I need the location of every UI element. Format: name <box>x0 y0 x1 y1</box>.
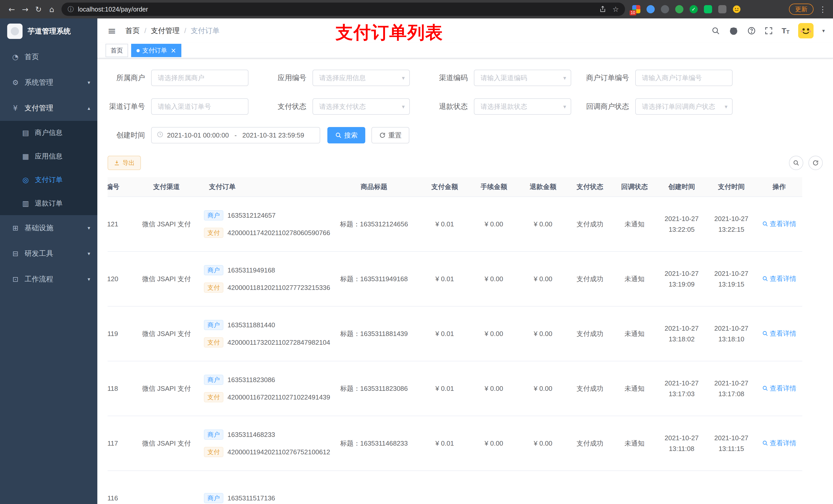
col-pay-time: 支付时间 <box>707 177 756 197</box>
chevron-down-icon: ▾ <box>563 103 566 110</box>
clock-icon <box>157 131 163 140</box>
col-amount: 支付金额 <box>420 177 469 197</box>
channel-order-label: 渠道订单号 <box>97 102 151 112</box>
app-select[interactable]: 请选择应用信息 ▾ <box>312 70 410 86</box>
extension-dark-icon[interactable] <box>661 5 669 13</box>
reload-button[interactable]: ↻ <box>32 3 45 16</box>
view-detail-link[interactable]: 查看详情 <box>762 329 796 338</box>
refund-status-select[interactable]: 请选择退款状态 ▾ <box>474 98 571 115</box>
extension-check-icon[interactable]: ✓ <box>690 5 698 13</box>
chrome-update-button[interactable]: 更新 <box>789 4 813 15</box>
sidebar-item-pay-order[interactable]: ◎ 支付订单 <box>0 168 97 192</box>
col-status: 支付状态 <box>568 177 612 197</box>
address-bar[interactable]: ⓘ localhost:1024/pay/order ☆ <box>62 3 625 16</box>
extension-square-icon[interactable] <box>704 5 712 13</box>
main-area: ≡ 首页 / 支付管理 / 支付订单 支付订单列表 <box>97 19 833 504</box>
pay-badge: 支付 <box>204 392 223 402</box>
pay-badge: 支付 <box>204 283 223 293</box>
chevron-down-icon: ▾ <box>88 225 90 231</box>
sidebar-item-refund-order[interactable]: ▥ 退款订单 <box>0 192 97 215</box>
col-channel: 支付渠道 <box>133 177 200 197</box>
breadcrumb-current: 支付订单 <box>191 26 219 35</box>
table-row: 120 微信 JSAPI 支付 商户1635311949168 支付420000… <box>108 251 802 306</box>
sidebar-item-merchant-info[interactable]: ▤ 商户信息 <box>0 121 97 144</box>
font-size-icon[interactable]: TT <box>782 27 789 34</box>
table-row: 121 微信 JSAPI 支付 商户1635312124657 支付420000… <box>108 197 802 251</box>
breadcrumb-section[interactable]: 支付管理 <box>151 26 180 35</box>
sidebar-item-home[interactable]: ◔ 首页 <box>0 44 97 70</box>
cell-fee: ¥ 0.00 <box>469 197 519 251</box>
toggle-search-button[interactable] <box>789 156 803 170</box>
sidebar-item-workflow[interactable]: ⊡ 工作流程 ▾ <box>0 266 97 292</box>
site-info-icon[interactable]: ⓘ <box>68 5 74 13</box>
forward-button[interactable]: → <box>19 3 32 16</box>
channel-order-input[interactable] <box>151 98 248 115</box>
breadcrumb: 首页 / 支付管理 / 支付订单 <box>125 26 220 35</box>
view-detail-link[interactable]: 查看详情 <box>762 384 796 393</box>
filter-row-3: 创建时间 2021-10-01 00:00:00 - 2021-10-31 23… <box>97 127 833 143</box>
breadcrumb-home[interactable]: 首页 <box>125 26 140 35</box>
fullscreen-icon[interactable] <box>765 27 773 35</box>
tab-home[interactable]: 首页 <box>105 44 128 57</box>
hamburger-icon[interactable]: ≡ <box>104 25 119 37</box>
reset-button[interactable]: 重置 <box>372 127 409 143</box>
gear-icon: ⚙ <box>11 78 20 87</box>
sidebar-item-devtools[interactable]: ⊟ 研发工具 ▾ <box>0 241 97 266</box>
help-icon[interactable] <box>747 26 756 35</box>
extension-green-icon[interactable] <box>675 5 684 13</box>
tab-pay-order[interactable]: ● 支付订单 × <box>131 44 181 57</box>
pay-badge: 支付 <box>204 337 223 347</box>
merchant-select[interactable] <box>151 70 248 86</box>
extensions-area: 10 ✓ <box>632 5 741 13</box>
col-title: 商品标题 <box>328 177 420 197</box>
view-detail-link[interactable]: 查看详情 <box>762 219 796 229</box>
close-tab-icon[interactable]: × <box>171 47 176 54</box>
document-icon: ▥ <box>22 199 30 208</box>
avatar[interactable] <box>798 23 813 39</box>
cell-status: 支付成功 <box>568 197 612 251</box>
url-text: localhost:1024/pay/order <box>78 6 595 13</box>
sidebar-item-infrastructure[interactable]: ⊞ 基础设施 ▾ <box>0 215 97 241</box>
github-icon[interactable] <box>729 26 738 35</box>
header-actions: TT ▾ <box>711 23 825 39</box>
table-row: 118 微信 JSAPI 支付 商户1635311823086 支付420000… <box>108 361 802 416</box>
pay-status-select[interactable]: 请选择支付状态 ▾ <box>312 98 410 115</box>
briefcase-icon: ⊡ <box>11 275 20 284</box>
sidebar-item-app-info[interactable]: ▦ 应用信息 <box>0 144 97 168</box>
refresh-table-button[interactable] <box>808 156 823 170</box>
chevron-down-icon: ▾ <box>402 103 405 110</box>
extension-grid-icon[interactable]: 10 <box>632 5 640 13</box>
chevron-down-icon: ▾ <box>402 75 405 81</box>
merchant-order-input[interactable] <box>635 70 733 86</box>
browser-menu-icon[interactable]: ⋮ <box>818 5 828 14</box>
extensions-puzzle-icon[interactable] <box>718 5 727 13</box>
date-end: 2021-10-31 23:59:59 <box>242 131 304 139</box>
col-fee: 手续金额 <box>469 177 519 197</box>
back-button[interactable]: ← <box>5 3 19 16</box>
sidebar-item-system[interactable]: ⚙ 系统管理 ▾ <box>0 70 97 95</box>
bookmark-star-icon[interactable]: ☆ <box>613 5 619 14</box>
table-row: 119 微信 JSAPI 支付 商户1635311881440 支付420000… <box>108 306 802 361</box>
chevron-down-icon: ▾ <box>724 103 728 110</box>
share-icon[interactable] <box>599 6 606 13</box>
date-range-input[interactable]: 2021-10-01 00:00:00 - 2021-10-31 23:59:5… <box>151 127 320 143</box>
export-button[interactable]: 导出 <box>108 156 141 170</box>
cell-amount: ¥ 0.01 <box>420 197 469 251</box>
channel-code-select[interactable]: 请输入渠道编码 ▾ <box>474 70 571 86</box>
avatar-caret-icon[interactable]: ▾ <box>822 28 825 34</box>
search-icon[interactable] <box>711 26 720 35</box>
app-label: 应用编号 <box>259 73 312 83</box>
cell-notify: 未通知 <box>612 197 657 251</box>
home-button[interactable]: ⌂ <box>45 3 58 16</box>
search-button[interactable]: 搜索 <box>327 127 365 143</box>
sidebar-item-payment[interactable]: ¥ 支付管理 ▴ <box>0 95 97 121</box>
monitor-icon: ⊞ <box>11 224 20 232</box>
merchant-label: 所属商户 <box>97 73 151 83</box>
view-detail-link[interactable]: 查看详情 <box>762 274 796 283</box>
active-dot-icon: ● <box>136 48 140 52</box>
notify-status-select[interactable]: 请选择订单回调商户状态 ▾ <box>635 98 733 115</box>
merchant-order-label: 商户订单编号 <box>581 73 635 83</box>
view-detail-link[interactable]: 查看详情 <box>762 439 796 448</box>
profile-avatar-icon[interactable] <box>733 5 741 13</box>
extension-blue-icon[interactable] <box>646 5 655 13</box>
